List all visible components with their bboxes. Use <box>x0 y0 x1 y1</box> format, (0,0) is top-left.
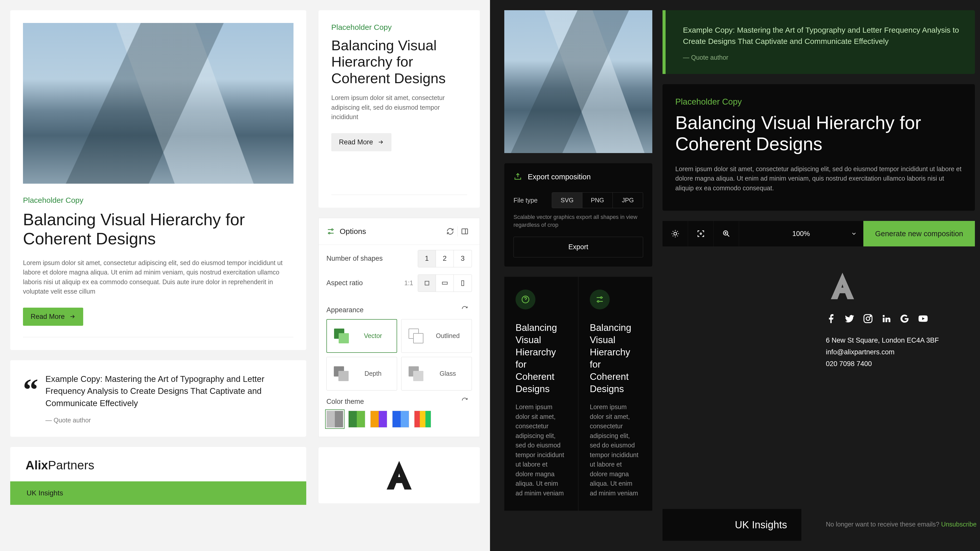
twitter-icon[interactable] <box>844 313 855 324</box>
focus-button[interactable] <box>688 221 714 246</box>
filetype-png[interactable]: PNG <box>582 192 613 208</box>
article-title: Balancing Visual Hierarchy for Coherent … <box>331 37 467 86</box>
theme-orange[interactable] <box>370 411 387 427</box>
google-icon[interactable] <box>899 313 910 324</box>
info-b-title: Balancing Visual Hierarchy for Coherent … <box>590 322 641 395</box>
unsubscribe-link[interactable]: Unsubscribe <box>941 521 977 528</box>
svg-point-8 <box>597 300 599 302</box>
aspect-portrait[interactable] <box>454 275 472 292</box>
num-shapes-2[interactable]: 2 <box>436 250 454 267</box>
refresh-button[interactable] <box>443 224 457 238</box>
theme-label: Color theme <box>326 398 364 406</box>
read-more-label: Read More <box>339 138 373 146</box>
quote-author: — Quote author <box>45 416 293 424</box>
appearance-shuffle-button[interactable] <box>458 302 472 316</box>
svg-point-0 <box>331 229 333 230</box>
quote-author: — Quote author <box>683 54 959 61</box>
appearance-outlined-label: Outlined <box>431 332 465 340</box>
logo-mark-card <box>318 447 480 503</box>
footer-address: 6 New St Square, London EC4A 3BF <box>826 335 972 346</box>
article-body: Lorem ipsum dolor sit amet, consectetur … <box>675 164 962 193</box>
article-title: Balancing Visual Hierarchy for Coherent … <box>675 112 962 155</box>
appearance-depth[interactable]: Depth <box>326 357 397 391</box>
info-a-body: Lorem ipsum dolor sit amet, consectetur … <box>515 402 567 498</box>
quote-text: Example Copy: Mastering the Art of Typog… <box>45 373 293 410</box>
appearance-glass[interactable]: Glass <box>401 357 472 391</box>
read-more-label: Read More <box>30 313 65 321</box>
arrow-right-icon <box>69 313 76 320</box>
num-shapes-segment: 1 2 3 <box>418 250 472 267</box>
theme-rainbow[interactable] <box>414 411 431 427</box>
info-b-body: Lorem ipsum dolor sit amet, consectetur … <box>590 402 641 498</box>
filetype-jpg[interactable]: JPG <box>613 192 643 208</box>
sliders-icon <box>326 227 335 236</box>
footer: 6 New St Square, London EC4A 3BF info@al… <box>811 257 975 541</box>
social-links <box>826 313 972 324</box>
refresh-icon <box>446 227 454 235</box>
youtube-icon[interactable] <box>918 313 928 324</box>
aspect-landscape[interactable] <box>436 275 454 292</box>
appearance-label: Appearance <box>326 306 364 314</box>
zoom-in-button[interactable] <box>714 221 739 246</box>
aspect-segment <box>418 275 472 292</box>
a-logo-icon <box>381 457 417 493</box>
sliders-icon <box>595 295 605 304</box>
appearance-outlined[interactable]: Outlined <box>401 319 472 353</box>
svg-rect-4 <box>442 282 447 284</box>
square-icon <box>424 280 430 286</box>
footer-email: info@alixpartners.com <box>826 346 972 358</box>
uk-insights-label: UK Insights <box>735 519 787 530</box>
shuffle-icon <box>461 397 468 404</box>
filetype-svg[interactable]: SVG <box>552 192 582 208</box>
svg-point-9 <box>674 232 676 235</box>
num-shapes-3[interactable]: 3 <box>454 250 472 267</box>
appearance-vector-label: Vector <box>356 332 390 340</box>
side-panel-button[interactable] <box>458 224 472 238</box>
theme-blue[interactable] <box>392 411 409 427</box>
hero-image <box>504 10 652 153</box>
zoom-select[interactable]: 100% <box>739 221 863 246</box>
export-hint: Scalable vector graphics export all shap… <box>514 213 643 229</box>
filetype-label: File type <box>514 197 552 204</box>
brightness-button[interactable] <box>662 221 688 246</box>
divider <box>23 337 293 337</box>
zoom-value: 100% <box>792 230 810 238</box>
svg-point-13 <box>866 317 870 321</box>
read-more-button[interactable]: Read More <box>331 133 391 151</box>
footer-info: 6 New St Square, London EC4A 3BF info@al… <box>826 335 972 370</box>
aspect-square[interactable] <box>418 275 436 292</box>
quote-mark-icon: “ <box>23 373 38 424</box>
uk-insights-tab[interactable]: UK Insights <box>10 481 306 505</box>
info-a-title: Balancing Visual Hierarchy for Coherent … <box>515 322 567 395</box>
num-shapes-label: Number of shapes <box>326 254 418 262</box>
export-button[interactable]: Export <box>514 237 643 257</box>
aspect-value: 1:1 <box>404 279 413 287</box>
side-panel-icon <box>461 227 469 235</box>
settings-icon-circle <box>590 289 610 310</box>
theme-shuffle-button[interactable] <box>458 393 472 408</box>
quote-card-dark: Example Copy: Mastering the Art of Typog… <box>662 10 975 74</box>
generate-button[interactable]: Generate new composition <box>863 221 975 246</box>
info-cards: Balancing Visual Hierarchy for Coherent … <box>504 277 652 511</box>
uk-insights-row: UK Insights <box>662 509 801 541</box>
num-shapes-1[interactable]: 1 <box>418 250 436 267</box>
theme-green[interactable] <box>348 411 365 427</box>
article-eyebrow: Placeholder Copy <box>675 97 962 106</box>
quote-text: Example Copy: Mastering the Art of Typog… <box>683 24 959 47</box>
a-logo-icon <box>826 269 859 303</box>
read-more-button[interactable]: Read More <box>23 308 83 326</box>
theme-palette <box>326 411 472 427</box>
svg-point-10 <box>700 233 702 234</box>
linkedin-icon[interactable] <box>881 313 892 324</box>
arrow-right-icon <box>378 139 384 145</box>
footer-phone: 020 7098 7400 <box>826 358 972 370</box>
appearance-vector[interactable]: Vector <box>326 319 397 353</box>
aspect-label: Aspect ratio <box>326 279 404 287</box>
facebook-icon[interactable] <box>826 313 837 324</box>
theme-grey[interactable] <box>326 411 343 427</box>
svg-point-14 <box>870 316 871 317</box>
svg-rect-3 <box>425 281 429 285</box>
instagram-icon[interactable] <box>862 313 873 324</box>
help-icon-circle <box>515 289 535 310</box>
hero-image <box>23 23 293 184</box>
